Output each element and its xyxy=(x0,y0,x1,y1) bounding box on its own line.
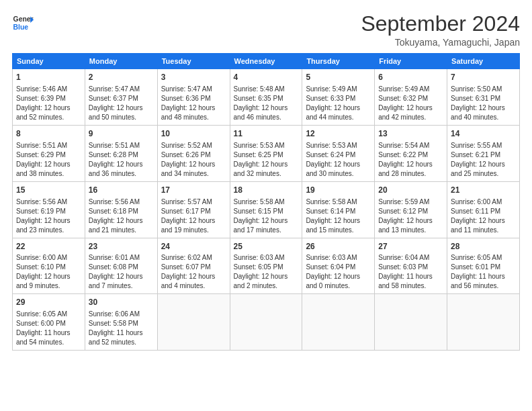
day-detail: and 54 minutes. xyxy=(16,338,81,347)
dow-header: Monday xyxy=(85,54,157,69)
day-detail: and 23 minutes. xyxy=(16,226,81,235)
day-detail: and 48 minutes. xyxy=(161,113,226,122)
logo: General Blue xyxy=(12,12,34,34)
calendar-cell: 9Sunrise: 5:51 AMSunset: 6:28 PMDaylight… xyxy=(85,125,157,181)
day-detail: Sunset: 6:14 PM xyxy=(306,207,371,216)
day-number: 1 xyxy=(16,72,81,83)
calendar-week-row: 22Sunrise: 6:00 AMSunset: 6:10 PMDayligh… xyxy=(13,238,520,294)
day-detail: and 58 minutes. xyxy=(378,281,443,291)
day-detail: Daylight: 12 hours xyxy=(306,160,371,169)
day-detail: Sunset: 6:03 PM xyxy=(378,263,443,272)
day-number: 11 xyxy=(234,128,299,140)
day-detail: Daylight: 12 hours xyxy=(306,272,371,281)
day-detail: Sunrise: 5:55 AM xyxy=(451,141,516,150)
calendar-cell: 25Sunrise: 6:03 AMSunset: 6:05 PMDayligh… xyxy=(230,238,302,294)
day-detail: Sunset: 6:05 PM xyxy=(234,263,299,272)
day-detail: Sunset: 6:26 PM xyxy=(161,150,226,160)
day-detail: and 44 minutes. xyxy=(306,113,371,122)
calendar-cell: 30Sunrise: 6:06 AMSunset: 5:58 PMDayligh… xyxy=(85,294,157,351)
day-number: 10 xyxy=(161,128,226,140)
day-number: 30 xyxy=(89,297,154,308)
day-detail: Sunset: 6:08 PM xyxy=(89,263,154,272)
day-detail: Sunrise: 5:47 AM xyxy=(89,85,154,94)
day-number: 16 xyxy=(89,185,154,196)
day-detail: Sunrise: 5:53 AM xyxy=(234,141,299,150)
day-detail: and 40 minutes. xyxy=(451,113,516,122)
day-detail: Sunrise: 5:58 AM xyxy=(306,197,371,207)
day-detail: Sunrise: 5:46 AM xyxy=(16,85,81,94)
calendar-cell: 14Sunrise: 5:55 AMSunset: 6:21 PMDayligh… xyxy=(447,125,520,181)
day-detail: Daylight: 12 hours xyxy=(451,160,516,169)
day-number: 27 xyxy=(378,241,443,253)
day-detail: Daylight: 12 hours xyxy=(378,103,443,113)
day-detail: Daylight: 12 hours xyxy=(234,103,299,113)
day-detail: Sunset: 6:39 PM xyxy=(16,94,81,103)
day-detail: Sunrise: 5:56 AM xyxy=(89,197,154,207)
dow-header: Thursday xyxy=(302,54,375,69)
day-detail: Sunset: 6:10 PM xyxy=(16,263,81,272)
day-number: 24 xyxy=(161,241,226,253)
day-detail: and 0 minutes. xyxy=(306,281,371,291)
svg-text:Blue: Blue xyxy=(13,24,29,31)
day-detail: Sunset: 6:12 PM xyxy=(378,207,443,216)
day-number: 19 xyxy=(306,185,371,196)
day-detail: Sunset: 6:07 PM xyxy=(161,263,226,272)
day-number: 20 xyxy=(378,185,443,196)
day-detail: Daylight: 12 hours xyxy=(89,272,154,281)
day-detail: Sunset: 6:15 PM xyxy=(234,207,299,216)
day-number: 9 xyxy=(89,128,154,140)
calendar-cell: 17Sunrise: 5:57 AMSunset: 6:17 PMDayligh… xyxy=(157,181,230,238)
day-number: 25 xyxy=(234,241,299,253)
calendar-cell xyxy=(302,294,375,351)
day-detail: Daylight: 12 hours xyxy=(306,103,371,113)
day-detail: Daylight: 12 hours xyxy=(234,272,299,281)
day-detail: Sunset: 6:17 PM xyxy=(161,207,226,216)
day-detail: and 4 minutes. xyxy=(161,281,226,291)
day-detail: Daylight: 12 hours xyxy=(16,272,81,281)
day-detail: Sunrise: 6:06 AM xyxy=(89,310,154,319)
calendar-cell: 27Sunrise: 6:04 AMSunset: 6:03 PMDayligh… xyxy=(375,238,447,294)
day-detail: Sunset: 6:01 PM xyxy=(451,263,516,272)
calendar-cell: 12Sunrise: 5:53 AMSunset: 6:24 PMDayligh… xyxy=(302,125,375,181)
calendar-cell: 16Sunrise: 5:56 AMSunset: 6:18 PMDayligh… xyxy=(85,181,157,238)
day-detail: Sunrise: 5:49 AM xyxy=(306,85,371,94)
day-detail: Daylight: 12 hours xyxy=(451,216,516,226)
day-detail: Sunrise: 6:04 AM xyxy=(378,253,443,263)
calendar-cell: 15Sunrise: 5:56 AMSunset: 6:19 PMDayligh… xyxy=(13,181,85,238)
day-detail: Daylight: 12 hours xyxy=(234,160,299,169)
day-detail: and 13 minutes. xyxy=(378,226,443,235)
day-detail: Daylight: 12 hours xyxy=(378,216,443,226)
day-detail: Sunrise: 5:49 AM xyxy=(378,85,443,94)
calendar-cell: 21Sunrise: 6:00 AMSunset: 6:11 PMDayligh… xyxy=(447,181,520,238)
day-detail: Sunrise: 5:58 AM xyxy=(234,197,299,207)
day-number: 28 xyxy=(451,241,516,253)
day-detail: Daylight: 12 hours xyxy=(378,160,443,169)
page: General Blue September 2024 Tokuyama, Ya… xyxy=(0,0,532,411)
day-detail: Daylight: 12 hours xyxy=(89,160,154,169)
day-detail: Daylight: 12 hours xyxy=(306,216,371,226)
day-detail: Daylight: 12 hours xyxy=(161,103,226,113)
day-number: 13 xyxy=(378,128,443,140)
calendar-cell: 13Sunrise: 5:54 AMSunset: 6:22 PMDayligh… xyxy=(375,125,447,181)
dow-header: Friday xyxy=(375,54,447,69)
day-detail: Sunrise: 5:47 AM xyxy=(161,85,226,94)
day-detail: Sunrise: 5:56 AM xyxy=(16,197,81,207)
day-detail: Daylight: 11 hours xyxy=(89,328,154,338)
calendar-table: SundayMondayTuesdayWednesdayThursdayFrid… xyxy=(12,53,520,351)
dow-header: Sunday xyxy=(13,54,85,69)
title-block: September 2024 Tokuyama, Yamaguchi, Japa… xyxy=(361,12,520,48)
calendar-cell: 18Sunrise: 5:58 AMSunset: 6:15 PMDayligh… xyxy=(230,181,302,238)
day-detail: and 7 minutes. xyxy=(89,281,154,291)
day-detail: Sunset: 6:25 PM xyxy=(234,150,299,160)
day-detail: Sunset: 6:11 PM xyxy=(451,207,516,216)
day-detail: Daylight: 12 hours xyxy=(16,160,81,169)
calendar-cell: 20Sunrise: 5:59 AMSunset: 6:12 PMDayligh… xyxy=(375,181,447,238)
calendar-cell: 4Sunrise: 5:48 AMSunset: 6:35 PMDaylight… xyxy=(230,69,302,126)
day-detail: and 34 minutes. xyxy=(161,169,226,179)
day-detail: and 2 minutes. xyxy=(234,281,299,291)
day-number: 3 xyxy=(161,72,226,83)
calendar-cell: 2Sunrise: 5:47 AMSunset: 6:37 PMDaylight… xyxy=(85,69,157,126)
day-detail: Daylight: 12 hours xyxy=(161,216,226,226)
day-detail: and 50 minutes. xyxy=(89,113,154,122)
day-detail: Sunrise: 6:01 AM xyxy=(89,253,154,263)
